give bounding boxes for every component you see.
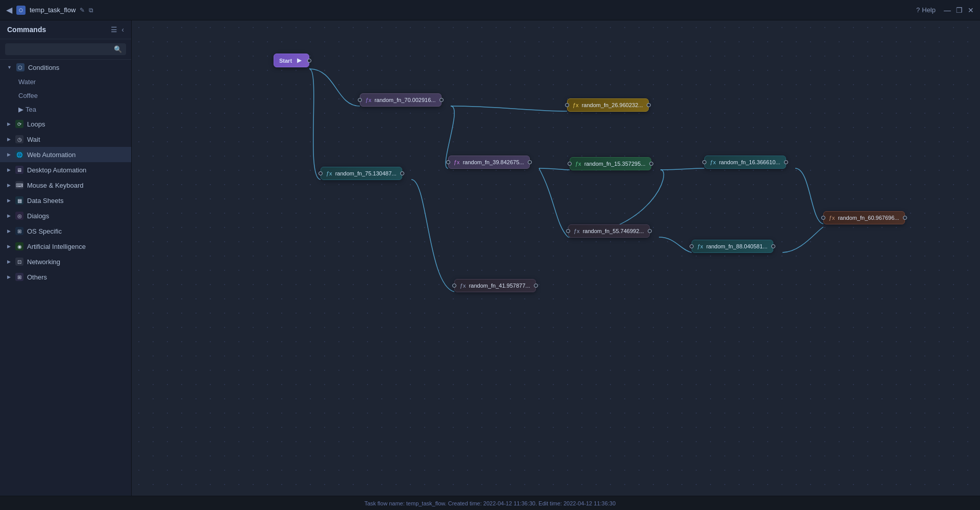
copy-icon[interactable]: ⧉ [89, 7, 93, 14]
node-n5[interactable]: ƒx random_fn_15.357295... [570, 157, 651, 170]
n8-label: random_fn_88.040581... [706, 243, 768, 249]
n10-port-left[interactable] [452, 284, 456, 288]
web-arrow-icon: ▶ [7, 152, 11, 157]
n1-port-left[interactable] [358, 98, 362, 102]
sidebar-label-networking: Networking [27, 258, 60, 266]
fn-icon-n8: ƒx [697, 243, 703, 249]
n7-port-left[interactable] [566, 229, 570, 233]
conditions-icon: ⬡ [16, 63, 24, 71]
n2-port-right[interactable] [400, 171, 404, 175]
help-button[interactable]: ? Help [916, 6, 936, 14]
fn-icon-n10: ƒx [460, 283, 466, 289]
help-label: Help [922, 6, 936, 14]
node-n8[interactable]: ƒx random_fn_88.040581... [692, 240, 773, 253]
search-input-wrap: 🔍 [5, 43, 126, 55]
flow-title: temp_task_flow [30, 6, 76, 14]
fn-icon-n5: ƒx [575, 161, 581, 167]
node-start[interactable]: Start ▶ [274, 54, 309, 67]
n4-label: random_fn_39.842675... [463, 159, 524, 165]
minimize-button[interactable]: — [944, 6, 951, 14]
sidebar-item-dialogs[interactable]: ▶ ◎ Dialogs [0, 208, 131, 223]
sidebar-item-ai[interactable]: ▶ ◉ Artificial Intelligence [0, 239, 131, 254]
sidebar-label-conditions: Conditions [28, 64, 59, 71]
start-label: Start [279, 58, 292, 64]
water-label: Water [18, 78, 36, 86]
node-n4[interactable]: ƒx random_fn_39.842675... [448, 156, 530, 169]
sidebar-header: Commands ☰ ‹ [0, 20, 131, 39]
sidebar-label-others: Others [27, 273, 47, 281]
fn-icon-n4: ƒx [454, 159, 460, 165]
sidebar-item-data-sheets[interactable]: ▶ ▦ Data Sheets [0, 193, 131, 208]
n7-port-right[interactable] [648, 229, 652, 233]
close-button[interactable]: ✕ [968, 6, 974, 14]
sidebar-item-wait[interactable]: ▶ ◷ Wait [0, 132, 131, 147]
desktop-arrow-icon: ▶ [7, 167, 11, 172]
n3-port-right[interactable] [647, 103, 651, 107]
node-n6[interactable]: ƒx random_fn_16.366610... [704, 156, 786, 169]
node-n10[interactable]: ƒx random_fn_41.957877... [454, 279, 536, 292]
n6-label: random_fn_16.366610... [719, 159, 780, 165]
n6-port-left[interactable] [702, 160, 706, 164]
restore-button[interactable]: ❐ [956, 6, 963, 14]
ai-icon: ◉ [15, 242, 23, 250]
sidebar-item-water[interactable]: Water [0, 75, 131, 89]
start-port-right[interactable] [307, 59, 311, 63]
loops-icon: ⟳ [15, 120, 23, 128]
n4-port-left[interactable] [446, 160, 450, 164]
n3-label: random_fn_26.960232... [582, 102, 643, 108]
n8-port-left[interactable] [690, 244, 694, 248]
n1-port-right[interactable] [439, 98, 444, 102]
search-input[interactable] [9, 46, 111, 53]
node-n7[interactable]: ƒx random_fn_55.746992... [568, 224, 650, 238]
node-n2[interactable]: ƒx random_fn_75.130487... [321, 167, 402, 180]
n2-port-left[interactable] [318, 171, 323, 175]
data-arrow-icon: ▶ [7, 198, 11, 203]
networking-arrow-icon: ▶ [7, 259, 11, 264]
wait-arrow-icon: ▶ [7, 137, 11, 142]
node-n1[interactable]: ƒx random_fn_70.002916... [360, 93, 442, 107]
networking-icon: ⊡ [15, 258, 23, 266]
sidebar-item-conditions[interactable]: ▼ ⬡ Conditions [0, 60, 131, 75]
sidebar-item-loops[interactable]: ▶ ⟳ Loops [0, 116, 131, 132]
web-icon: 🌐 [15, 150, 23, 159]
n7-label: random_fn_55.746992... [583, 228, 644, 234]
search-icon: 🔍 [114, 45, 122, 53]
n9-port-left[interactable] [821, 216, 825, 220]
sidebar-list-icon[interactable]: ☰ [111, 26, 117, 34]
n5-port-left[interactable] [568, 162, 572, 166]
n9-label: random_fn_60.967696... [838, 215, 899, 221]
node-n9[interactable]: ƒx random_fn_60.967696... [823, 211, 905, 224]
sidebar-item-desktop-automation[interactable]: ▶ 🖥 Desktop Automation [0, 162, 131, 177]
statusbar-text: Task flow name: temp_task_flow. Created … [364, 500, 616, 506]
sidebar-collapse-icon[interactable]: ‹ [121, 26, 124, 34]
sidebar-label-wait: Wait [27, 136, 40, 143]
sidebar-item-mouse-keyboard[interactable]: ▶ ⌨ Mouse & Keyboard [0, 177, 131, 193]
statusbar: Task flow name: temp_task_flow. Created … [0, 496, 980, 510]
canvas-area[interactable]: Start ▶ ƒx random_fn_70.002916... ƒx ran… [132, 20, 980, 496]
n9-port-right[interactable] [903, 216, 907, 220]
mouse-icon: ⌨ [15, 181, 23, 189]
fn-icon-n2: ƒx [326, 170, 332, 176]
tea-arrow-icon: ▶ [18, 106, 23, 113]
n3-port-left[interactable] [565, 103, 569, 107]
sidebar-header-icons: ☰ ‹ [111, 26, 124, 34]
coffee-label: Coffee [18, 92, 38, 99]
fn-icon-n6: ƒx [710, 159, 716, 165]
n10-port-right[interactable] [534, 284, 538, 288]
sidebar-item-others[interactable]: ▶ ⊞ Others [0, 269, 131, 285]
back-button[interactable]: ◀ [6, 5, 12, 15]
topbar-left: ◀ ⬡ temp_task_flow ✎ ⧉ [6, 5, 93, 15]
n6-port-right[interactable] [784, 160, 788, 164]
sidebar-item-web-automation[interactable]: ▶ 🌐 Web Automation [0, 147, 131, 162]
sidebar-item-coffee[interactable]: Coffee [0, 89, 131, 103]
n8-port-right[interactable] [771, 244, 775, 248]
fn-icon-n9: ƒx [829, 215, 835, 221]
others-icon: ⊞ [15, 273, 23, 281]
sidebar-item-tea[interactable]: ▶ Tea [0, 103, 131, 116]
node-n3[interactable]: ƒx random_fn_26.960232... [567, 98, 649, 112]
n5-port-right[interactable] [649, 162, 653, 166]
sidebar-item-os-specific[interactable]: ▶ ⊞ OS Specific [0, 223, 131, 239]
edit-icon[interactable]: ✎ [80, 7, 85, 14]
sidebar-item-networking[interactable]: ▶ ⊡ Networking [0, 254, 131, 269]
n4-port-right[interactable] [528, 160, 532, 164]
